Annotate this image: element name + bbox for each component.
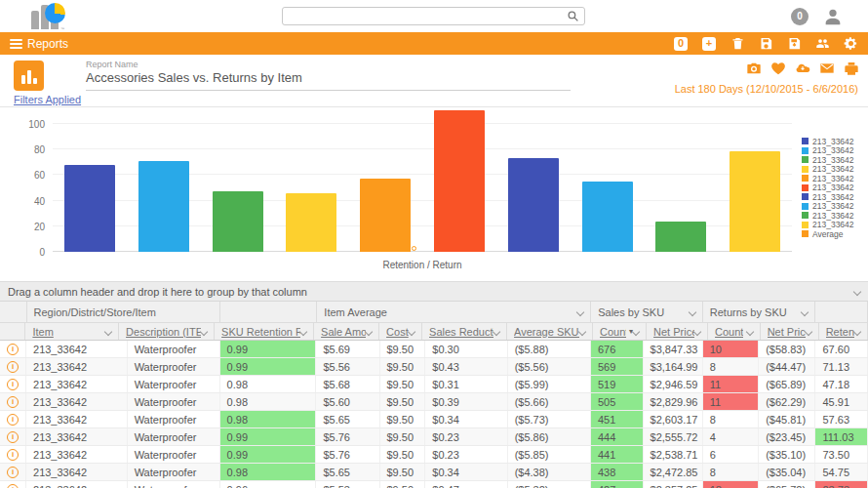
column-header-snet[interactable]: Net Price [647, 323, 708, 340]
column-header-label[interactable]: SKU Retention Ratio [221, 326, 300, 338]
group-header-sales-by-sku[interactable]: Sales by SKU [591, 302, 703, 322]
legend-item[interactable]: 213_33642 [802, 165, 854, 175]
chevron-down-icon[interactable] [632, 327, 640, 335]
row-info-icon[interactable]: i [7, 414, 19, 426]
column-header-label[interactable]: Cost [386, 326, 409, 338]
search-input[interactable] [283, 11, 567, 22]
legend-item[interactable]: 213_33642 [802, 137, 854, 146]
chevron-down-icon[interactable] [104, 327, 112, 335]
column-header-ratio[interactable]: SKU Retention Ratio [215, 323, 314, 340]
legend-item[interactable]: Average [802, 229, 854, 239]
filters-applied-link[interactable]: Filters Applied [14, 94, 81, 105]
chevron-down-icon[interactable] [493, 327, 500, 335]
favorite-heart-icon[interactable] [770, 61, 786, 76]
group-header-region-district-store-item[interactable]: Region/District/Store/Item [27, 302, 221, 322]
chart-bar[interactable] [730, 151, 780, 252]
chart-bar[interactable] [138, 161, 189, 252]
share-users-icon[interactable] [814, 36, 830, 52]
column-header-reduction[interactable]: Sales Reduction [422, 323, 507, 340]
chart-bar[interactable] [508, 158, 559, 252]
search-icon[interactable] [567, 10, 579, 22]
chevron-down-icon[interactable] [689, 307, 696, 315]
column-header-label[interactable]: Net Price [653, 326, 694, 338]
chart-bar[interactable] [213, 191, 263, 252]
menu-icon[interactable] [10, 37, 22, 51]
chart-bar[interactable] [64, 165, 115, 252]
user-avatar-icon[interactable] [822, 6, 844, 27]
row-info-icon[interactable]: i [7, 379, 19, 390]
row-info-icon[interactable]: i [7, 361, 19, 373]
chevron-down-icon[interactable] [693, 327, 701, 335]
cell-item: 213_33642 [26, 341, 128, 357]
column-header-label[interactable]: Reten [826, 326, 854, 338]
legend-item[interactable]: 213_33642 [802, 192, 854, 202]
chevron-down-icon[interactable] [408, 327, 415, 335]
legend-item[interactable]: 213_33642 [802, 202, 854, 212]
column-header-label[interactable]: Count [600, 326, 626, 338]
row-info-icon[interactable]: i [7, 431, 19, 443]
delete-icon[interactable] [730, 36, 745, 52]
column-header-sale[interactable]: Sale Amount [314, 323, 379, 340]
column-header-rcount[interactable]: Count [708, 323, 761, 340]
column-header-label[interactable]: Net Price [768, 326, 806, 338]
column-header-rnet[interactable]: Net Price [761, 323, 819, 340]
group-drop-zone[interactable]: Drag a column header and drop it here to… [0, 282, 868, 302]
global-search[interactable] [282, 7, 585, 25]
print-icon[interactable] [844, 61, 859, 76]
column-header-label[interactable]: Item [32, 326, 53, 338]
add-button[interactable]: + [701, 36, 717, 52]
legend-item[interactable]: 213_33642 [802, 211, 854, 221]
row-info-icon[interactable]: i [7, 344, 19, 355]
column-header-label[interactable]: Sale Amount [321, 326, 366, 338]
legend-item[interactable]: 213_33642 [802, 155, 854, 165]
y-axis-tick-label: 0 [39, 247, 45, 258]
column-header-avgsku[interactable]: Average SKU ... [507, 323, 593, 340]
chart-bar[interactable] [286, 193, 336, 252]
legend-item[interactable]: 213_33642 [802, 174, 854, 183]
chevron-down-icon[interactable] [853, 327, 861, 335]
zero-count-button[interactable]: 0 [673, 36, 689, 52]
save-icon[interactable] [758, 36, 773, 52]
row-info-icon[interactable]: i [7, 484, 19, 488]
cell-desc: Waterproofer [128, 358, 220, 375]
column-header-label[interactable]: Average SKU ... [514, 326, 579, 338]
chevron-down-icon[interactable] [804, 327, 811, 335]
legend-item[interactable]: 213_33642 [802, 221, 854, 230]
chevron-down-icon[interactable] [299, 327, 307, 335]
column-header-desc[interactable]: Description (ITEM) [119, 323, 215, 340]
column-header-label[interactable]: Count [715, 326, 743, 338]
chevron-down-icon[interactable] [576, 307, 584, 315]
row-info-icon[interactable]: i [7, 396, 19, 408]
column-header-label[interactable]: Sales Reduction [429, 326, 493, 338]
chevron-down-icon[interactable] [853, 287, 861, 295]
report-name-field[interactable]: Accessories Sales vs. Returns by Item [86, 70, 571, 91]
chart-bar[interactable] [434, 110, 485, 252]
legend-item[interactable]: 213_33642 [802, 183, 854, 193]
email-icon[interactable] [819, 61, 835, 76]
export-cloud-download-icon[interactable] [795, 61, 810, 76]
legend-item[interactable]: 213_33642 [802, 146, 854, 156]
row-info-icon[interactable]: i [7, 449, 19, 461]
chevron-down-icon[interactable] [200, 327, 208, 335]
chevron-down-icon[interactable] [801, 307, 809, 315]
group-header-returns-by-sku[interactable]: Returns by SKU [703, 302, 816, 322]
group-header-item-average[interactable]: Item Average [317, 302, 591, 322]
snapshot-camera-icon[interactable] [746, 61, 762, 76]
column-header-item[interactable]: Item [25, 323, 119, 340]
settings-gear-icon[interactable] [843, 36, 858, 52]
chevron-down-icon[interactable] [745, 327, 753, 335]
chart-bar[interactable] [360, 179, 411, 252]
column-header-label[interactable]: Description (ITEM) [126, 326, 201, 338]
chevron-down-icon[interactable] [578, 327, 586, 335]
save-as-icon[interactable] [786, 36, 802, 52]
table-row: i213_33642Waterproofer0.98$5.65$9.50$0.3… [0, 411, 868, 428]
column-header-scount[interactable]: Count▾ [593, 323, 647, 340]
column-header-cost[interactable]: Cost [379, 323, 422, 340]
column-header-ret[interactable]: Reten [819, 323, 868, 340]
cell-reduction: $0.30 [425, 341, 507, 357]
row-info-icon[interactable]: i [7, 467, 19, 478]
chart-bar[interactable] [655, 222, 706, 252]
chart-bar[interactable] [582, 182, 633, 252]
notification-badge[interactable]: 0 [791, 8, 809, 25]
chevron-down-icon[interactable] [365, 327, 373, 335]
